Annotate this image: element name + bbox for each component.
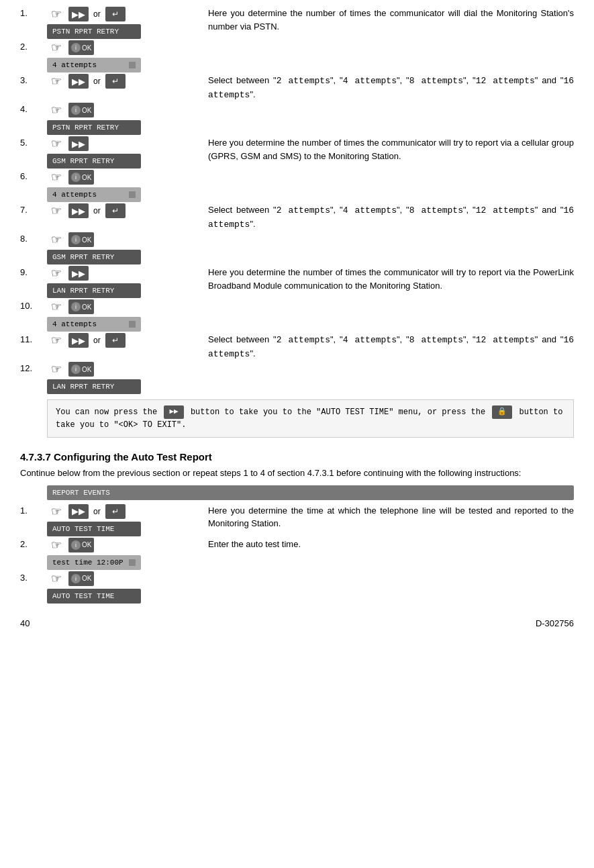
info-icon: i [71, 43, 81, 52]
button-row: ☞▶▶or↵ [47, 7, 126, 21]
enter-button[interactable]: ↵ [105, 504, 126, 519]
attempts-label: test time 12:00P [52, 559, 123, 567]
enter-button[interactable]: ↵ [105, 203, 126, 218]
page-number: 40 [20, 618, 30, 628]
or-label: or [93, 336, 101, 345]
right-column: Select between "2 attempts", "4 attempts… [201, 203, 574, 231]
description-text: Here you determine the number of times t… [208, 8, 574, 32]
description-text: Select between "2 attempts", "4 attempts… [208, 205, 574, 229]
right-column: Select between "2 attempts", "4 attempts… [201, 333, 574, 360]
forward-button[interactable]: ▶▶ [68, 333, 89, 348]
menu-label: LAN RPRT RETRY [47, 379, 141, 394]
enter-button[interactable]: ↵ [105, 74, 126, 89]
forward-button[interactable]: ▶▶ [68, 266, 89, 281]
ok-text: OK [82, 107, 91, 114]
forward-button[interactable]: ▶▶ [68, 74, 89, 89]
or-label: or [93, 9, 101, 19]
ok-button-group[interactable]: i OK [68, 538, 94, 552]
ok-button-group[interactable]: i OK [68, 40, 94, 55]
footer: 40 D-302756 [20, 618, 574, 628]
ok-text: OK [82, 236, 91, 244]
ok-text: OK [82, 44, 91, 52]
item-number: 2. [20, 40, 47, 52]
note-box: You can now press the ▶▶ button to take … [47, 399, 574, 438]
left-column: ☞▶▶GSM RPRT RETRY [47, 136, 201, 168]
hand-icon: ☞ [47, 333, 66, 348]
right-column: Here you determine the number of times t… [201, 7, 574, 33]
indicator-square [129, 62, 136, 68]
ok-button-group[interactable]: i OK [68, 299, 94, 314]
description-text: Here you determine the number of times t… [208, 267, 574, 291]
left-column: ☞i OKLAN RPRT RETRY [47, 362, 201, 394]
left-column: ☞▶▶or↵AUTO TEST TIME [47, 504, 201, 536]
item-number: 10. [20, 299, 47, 311]
hand-icon: ☞ [47, 571, 66, 586]
attempts-label: 4 attempts [52, 320, 97, 328]
info-icon: i [71, 574, 81, 583]
button-row: ☞▶▶or↵ [47, 504, 126, 519]
button-row: ☞i OK [47, 103, 94, 117]
enter-button[interactable]: ↵ [105, 333, 126, 348]
hand-icon: ☞ [47, 299, 66, 314]
item-number: 3. [20, 571, 47, 583]
hand-icon: ☞ [47, 40, 66, 55]
hand-icon: ☞ [47, 170, 66, 185]
button-row: ☞i OK [47, 571, 94, 586]
numbered-item: 2.☞i OK4 attempts [20, 40, 574, 73]
indicator-square [129, 559, 136, 566]
numbered-item: 3.☞▶▶or↵Select between "2 attempts", "4 … [20, 74, 574, 101]
note-btn1[interactable]: ▶▶ [164, 405, 183, 419]
hand-icon: ☞ [47, 203, 66, 218]
or-label: or [93, 77, 101, 86]
numbered-item: 10.☞i OK4 attempts [20, 299, 574, 332]
button-row: ☞i OK [47, 299, 94, 314]
numbered-item: 6.☞i OK4 attempts [20, 170, 574, 202]
hand-icon: ☞ [47, 504, 66, 519]
left-column: ☞i OKGSM RPRT RETRY [47, 232, 201, 264]
item-number: 6. [20, 170, 47, 181]
numbered-item: 11.☞▶▶or↵Select between "2 attempts", "4… [20, 333, 574, 360]
note-text2: button to take you to the "AUTO TEST TIM… [191, 407, 490, 417]
ok-button-group[interactable]: i OK [68, 170, 94, 185]
note-text1: You can now press the [56, 407, 162, 417]
left-column: ☞i OKPSTN RPRT RETRY [47, 103, 201, 135]
ok-button-group[interactable]: i OK [68, 232, 94, 247]
left-column: ☞i OKtest time 12:00P [47, 538, 201, 570]
info-icon: i [71, 105, 81, 115]
main-items: 1.☞▶▶or↵PSTN RPRT RETRYHere you determin… [20, 7, 574, 395]
forward-button[interactable]: ▶▶ [68, 136, 89, 151]
report-events-label: REPORT EVENTS [47, 485, 574, 500]
left-column: ☞▶▶or↵ [47, 203, 201, 220]
numbered-item: 8.☞i OKGSM RPRT RETRY [20, 232, 574, 264]
left-column: ☞▶▶or↵PSTN RPRT RETRY [47, 7, 201, 39]
button-row: ☞▶▶or↵ [47, 333, 126, 348]
ok-text: OK [82, 575, 91, 582]
forward-button[interactable]: ▶▶ [68, 203, 89, 218]
note-btn2[interactable]: 🔒 [492, 405, 512, 419]
numbered-item: 1.☞▶▶or↵PSTN RPRT RETRYHere you determin… [20, 7, 574, 39]
description-text: Here you determine the time at which the… [208, 505, 574, 529]
ok-text: OK [82, 174, 91, 181]
ok-button-group[interactable]: i OK [68, 103, 94, 117]
sub-items: 1.☞▶▶or↵AUTO TEST TIMEHere you determine… [20, 504, 574, 605]
ok-text: OK [82, 303, 91, 311]
info-icon: i [71, 173, 81, 182]
info-icon: i [71, 302, 81, 311]
item-number: 11. [20, 333, 47, 344]
button-row: ☞i OK [47, 538, 94, 552]
ok-button-group[interactable]: i OK [68, 571, 94, 586]
section-heading: 4.7.3.7 Configuring the Auto Test Report [20, 451, 574, 463]
button-row: ☞▶▶ [47, 266, 89, 281]
button-row: ☞i OK [47, 170, 94, 185]
hand-icon: ☞ [47, 7, 66, 21]
forward-button[interactable]: ▶▶ [68, 7, 89, 21]
attempts-label: 4 attempts [52, 191, 97, 199]
enter-button[interactable]: ↵ [105, 7, 126, 21]
ok-button-group[interactable]: i OK [68, 362, 94, 377]
forward-button[interactable]: ▶▶ [68, 504, 89, 519]
info-icon: i [71, 365, 81, 374]
item-number: 12. [20, 362, 47, 373]
right-column: Here you determine the number of times t… [201, 136, 574, 162]
description-text: Enter the auto test time. [208, 539, 301, 549]
button-row: ☞▶▶or↵ [47, 203, 126, 218]
